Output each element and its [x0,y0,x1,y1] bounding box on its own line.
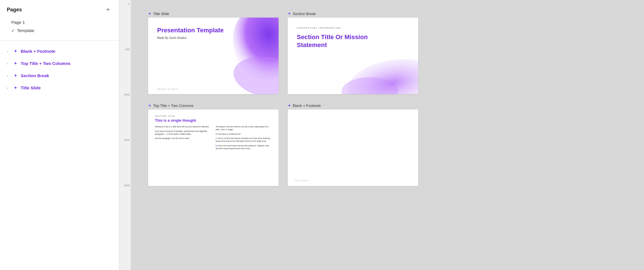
slide-label-blank-footnote: ✦ Blank + Footnote [288,103,418,108]
slide-wrapper-section-break: ✦ Section Break CONTEXTUAL INFORMATION S… [288,11,418,94]
slides-column-left: ✦ Title Slide Presentation Template Made… [148,11,279,186]
title-slide-title: Presentation Template [157,27,270,34]
slide-label-section-break-text: Section Break [293,12,316,16]
section-break-contextual: CONTEXTUAL INFORMATION [297,27,409,29]
two-col-item1-text: Here is on item that may be extended up … [216,137,270,142]
two-col-right-item1: 1. Here is on item that may be extended … [216,137,272,143]
two-col-right-question: Or how about a numbered list? [216,133,272,136]
ruler: 0 500 1000 1500 2000 [119,0,131,270]
canvas: ✦ Title Slide Presentation Template Made… [131,0,644,270]
slide-label-title-text: Title Slide [153,12,169,16]
slide-card-section-break[interactable]: CONTEXTUAL INFORMATION Section Title Or … [288,18,418,94]
slide-label-title: ✦ Title Slide [148,11,279,16]
title-slide-brand: ZACHT.STUDIO [157,88,178,90]
layout-item-top-title-two-columns[interactable]: › ✦ Top Title + Two Columns [0,57,119,69]
slide-wrapper-two-columns: ✦ Top Title + Two Columns Section Title … [148,103,279,186]
two-col-item2-text: Here is the second item that has two sen… [216,145,269,149]
sidebar-layouts-list: › ✦ Blank + Footnote › ✦ Top Title + Two… [0,43,119,270]
sidebar-header: Pages + [0,0,119,18]
layout-item-section-break[interactable]: › ✦ Section Break [0,69,119,82]
expand-icon-top-title: › [7,62,10,65]
two-col-right-intro: This layout is two text columns, but thi… [216,125,272,131]
expand-icon-blank-footnote: › [7,50,10,53]
slide-sparkle-icon-title: ✦ [148,11,151,16]
add-page-button[interactable]: + [104,6,112,14]
blank-footnote-content: FOOTNOTE [288,109,418,186]
two-col-left-p2: If you have a long trail of thoughts, se… [155,130,211,136]
slide-label-blank-footnote-text: Blank + Footnote [293,104,321,108]
section-break-title: Section Title Or Mission Statement [297,33,376,49]
sidebar-pages-list: Page 1 ✓ Template [0,18,119,38]
title-slide-subtitle: Made By Zacht Studios [157,36,270,39]
slide-label-two-columns: ✦ Top Title + Two Columns [148,103,279,108]
slide-wrapper-blank-footnote: ✦ Blank + Footnote FOOTNOTE [288,103,418,186]
two-col-main-title: This is a single thought [155,118,272,123]
ruler-tick-500: 500 [119,48,131,51]
blank-footnote-text: FOOTNOTE [294,180,308,182]
sidebar: Pages + Page 1 ✓ Template › ✦ Blank + Fo… [0,0,119,270]
slide-sparkle-icon-twocol: ✦ [148,103,151,108]
layout-sparkle-icon-4: ✦ [14,85,17,90]
layout-sparkle-icon-2: ✦ [14,61,17,66]
two-col-num2: 2. [216,145,217,147]
title-slide-text: Presentation Template Made By Zacht Stud… [157,27,270,39]
layout-label-title-slide: Title Slide [21,85,41,90]
expand-icon-section-break: › [7,74,10,77]
section-break-blob [336,54,418,94]
slide-sparkle-icon-blank: ✦ [288,103,291,108]
slide-label-section-break: ✦ Section Break [288,11,418,16]
two-col-left-p1: Writing too much in a slide deck will lo… [155,125,211,128]
two-col-section-title: Section Title [155,115,272,117]
layout-item-blank-footnote[interactable]: › ✦ Blank + Footnote [0,45,119,57]
title-slide-content: Presentation Template Made By Zacht Stud… [148,18,279,94]
two-col-slide-content: Section Title This is a single thought W… [148,109,279,186]
pages-title: Pages [7,7,22,13]
slide-wrapper-title: ✦ Title Slide Presentation Template Made… [148,11,279,94]
template-label: Template [17,28,34,33]
ruler-tick-1500: 1500 [119,139,131,142]
two-col-left-p3: Like this paragraph. Isn't this nice to … [155,137,211,140]
two-col-right: This layout is two text columns, but thi… [216,125,272,151]
active-checkmark: ✓ [11,28,15,33]
ruler-tick-1000: 1000 [119,94,131,96]
slide-card-two-columns[interactable]: Section Title This is a single thought W… [148,109,279,186]
two-col-num1: 1. [216,137,217,139]
slide-card-title[interactable]: Presentation Template Made By Zacht Stud… [148,18,279,94]
page1-label: Page 1 [11,20,25,25]
sidebar-divider [0,40,119,41]
slides-column-right: ✦ Section Break CONTEXTUAL INFORMATION S… [288,11,418,186]
layout-sparkle-icon-1: ✦ [14,48,17,54]
sidebar-item-page1[interactable]: Page 1 [7,18,112,26]
layout-label-blank-footnote: Blank + Footnote [21,49,55,54]
sidebar-item-template[interactable]: ✓ Template [7,26,112,35]
layout-label-top-title-two-columns: Top Title + Two Columns [21,61,70,66]
slide-label-two-columns-text: Top Title + Two Columns [153,104,193,108]
expand-icon-title-slide: › [7,86,10,90]
ruler-tick-2000: 2000 [119,184,131,187]
two-col-left: Writing too much in a slide deck will lo… [155,125,211,151]
layout-sparkle-icon-3: ✦ [14,73,17,78]
ruler-tick-0: 0 [119,3,131,5]
slide-sparkle-icon-section: ✦ [288,11,291,16]
two-col-right-item2: 2. Here is the second item that has two … [216,144,272,150]
layout-label-section-break: Section Break [21,73,49,78]
two-col-columns: Writing too much in a slide deck will lo… [155,125,272,151]
section-break-content: CONTEXTUAL INFORMATION Section Title Or … [288,18,418,94]
layout-item-title-slide[interactable]: › ✦ Title Slide [0,82,119,94]
slide-card-blank-footnote[interactable]: FOOTNOTE [288,109,418,186]
